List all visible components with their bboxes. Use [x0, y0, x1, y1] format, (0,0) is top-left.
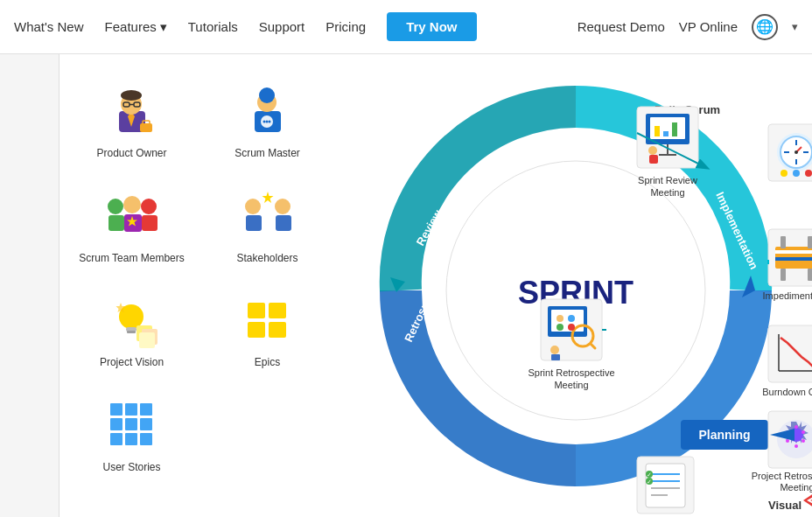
svg-rect-60: [654, 126, 660, 136]
svg-rect-81: [780, 269, 786, 281]
epics-label: Epics: [255, 356, 280, 370]
daily-scrum-card: [768, 124, 812, 181]
sprint-review-label2: Meeting: [650, 187, 684, 198]
right-panel: SPRINT Review Retrospect Implementation …: [340, 54, 812, 517]
project-retro-label1: Project Retrospective: [752, 471, 812, 481]
svg-rect-82: [808, 269, 812, 281]
svg-point-14: [266, 120, 269, 122]
nav-features[interactable]: Features ▾: [105, 19, 167, 35]
svg-point-101: [794, 425, 798, 429]
svg-rect-17: [108, 215, 124, 231]
nav-vp-online[interactable]: VP Online: [679, 19, 738, 34]
svg-text:✓: ✓: [647, 472, 652, 478]
svg-point-15: [269, 120, 271, 122]
nav-whats-new[interactable]: What's New: [14, 19, 84, 34]
svg-point-95: [568, 324, 575, 331]
svg-point-23: [245, 199, 261, 214]
language-selector[interactable]: 🌐: [752, 14, 778, 40]
stakeholders-card[interactable]: Stakeholders: [204, 177, 331, 273]
scrum-master-label: Scrum Master: [234, 147, 300, 161]
svg-point-20: [141, 199, 157, 214]
svg-point-93: [568, 315, 575, 322]
left-panel: Product Owner Scrum Maste: [60, 54, 340, 517]
svg-point-25: [275, 199, 290, 214]
svg-point-3: [121, 90, 142, 101]
svg-rect-89: [551, 310, 584, 332]
svg-point-92: [556, 315, 564, 322]
features-chevron-icon: ▾: [160, 19, 167, 35]
svg-point-58: [648, 146, 657, 155]
svg-rect-38: [269, 322, 286, 338]
nav-right: Request Demo VP Online 🌐 ▾: [578, 14, 798, 40]
svg-rect-44: [140, 418, 152, 430]
epics-icon: [237, 290, 298, 351]
svg-rect-24: [246, 215, 262, 231]
burndown-chart-card: [768, 325, 812, 382]
user-stories-label: User Stories: [102, 461, 160, 475]
scrum-team-label: Scrum Team Members: [79, 252, 184, 266]
nav-chevron-icon[interactable]: ▾: [792, 20, 798, 33]
nav-pricing[interactable]: Pricing: [326, 19, 366, 34]
sprint-planning-card: ✓ ✓: [637, 457, 694, 514]
stakeholders-icon: [237, 185, 298, 247]
scrum-team-icon: [102, 185, 163, 247]
svg-rect-108: [646, 464, 685, 507]
svg-rect-61: [663, 131, 668, 136]
svg-point-71: [794, 150, 798, 154]
main-content: Product Owner Scrum Maste: [0, 54, 812, 517]
svg-rect-39: [110, 403, 122, 416]
svg-rect-80: [808, 236, 812, 248]
project-vision-icon: [102, 290, 163, 351]
project-vision-card[interactable]: Project Vision: [68, 281, 195, 377]
svg-rect-26: [276, 215, 291, 231]
stakeholders-label: Stakeholders: [236, 252, 298, 266]
vp-logo-text: Visual: [768, 499, 802, 512]
burndown-chart-label: Burndown Chart: [762, 387, 812, 397]
svg-point-96: [550, 346, 559, 354]
try-now-button[interactable]: Try Now: [387, 12, 476, 41]
svg-rect-37: [248, 322, 265, 338]
svg-rect-47: [140, 433, 152, 445]
svg-point-94: [556, 324, 564, 331]
svg-point-105: [786, 439, 789, 443]
sidebar: [0, 54, 60, 517]
sprint-retrospective-card: [541, 299, 602, 360]
impediment-log-card: [768, 229, 812, 286]
svg-marker-27: [262, 192, 273, 203]
user-stories-card[interactable]: User Stories: [68, 386, 195, 482]
svg-rect-62: [672, 122, 677, 136]
svg-point-73: [793, 170, 800, 177]
scrum-team-card[interactable]: Scrum Team Members: [68, 177, 195, 273]
svg-point-72: [780, 170, 788, 177]
svg-point-18: [123, 196, 141, 213]
svg-rect-31: [127, 331, 136, 333]
svg-text:✓: ✓: [647, 479, 652, 485]
svg-point-11: [259, 87, 275, 103]
impediment-log-label: Impediment Log: [763, 290, 812, 301]
user-stories-icon: [102, 395, 163, 456]
navbar: What's New Features ▾ Tutorials Support …: [0, 0, 812, 54]
svg-point-16: [108, 199, 123, 214]
svg-point-103: [802, 439, 805, 443]
svg-rect-34: [139, 332, 155, 348]
epics-card[interactable]: Epics: [204, 281, 331, 377]
svg-rect-35: [248, 303, 265, 318]
svg-rect-42: [110, 418, 122, 430]
project-vision-label: Project Vision: [100, 356, 164, 370]
svg-rect-36: [269, 303, 286, 318]
svg-rect-40: [125, 403, 137, 416]
nav-support[interactable]: Support: [259, 19, 305, 34]
svg-point-74: [805, 170, 812, 177]
svg-rect-41: [140, 403, 152, 416]
svg-rect-21: [142, 215, 158, 231]
svg-rect-43: [125, 418, 137, 430]
scrum-master-card[interactable]: Scrum Master: [204, 72, 331, 168]
product-owner-card[interactable]: Product Owner: [68, 72, 195, 168]
nav-tutorials[interactable]: Tutorials: [188, 19, 238, 34]
nav-request-demo[interactable]: Request Demo: [578, 19, 665, 34]
svg-rect-59: [649, 155, 658, 164]
sprint-retro-label1: Sprint Retrospective: [528, 367, 614, 378]
product-owner-label: Product Owner: [96, 147, 166, 161]
planning-label: Planning: [698, 428, 750, 442]
svg-rect-45: [110, 433, 122, 445]
